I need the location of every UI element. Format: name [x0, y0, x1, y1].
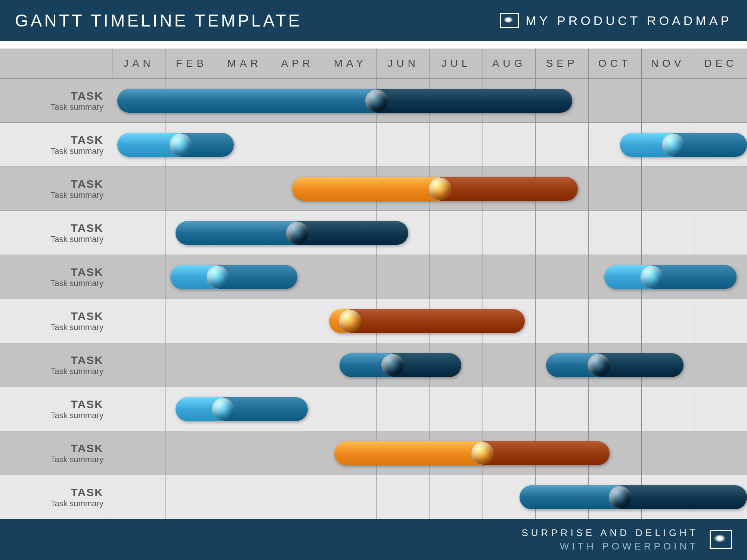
month-header-cell: SEP: [535, 49, 588, 78]
gantt-bar: [604, 265, 737, 289]
month-header-cell: JUN: [376, 49, 430, 78]
progress-knob-icon: [471, 442, 494, 464]
task-row: TASKTask summary: [0, 343, 747, 387]
task-name: TASK: [71, 354, 103, 367]
month-header-cell: DEC: [694, 49, 747, 78]
gantt-bar: [520, 485, 747, 509]
gantt-bar: [170, 265, 297, 289]
gantt-bar: [117, 89, 572, 113]
task-row: TASKTask summary: [0, 387, 747, 431]
month-header-cell: JUL: [430, 49, 483, 78]
gantt-bar: [117, 133, 234, 157]
progress-knob-icon: [662, 134, 684, 156]
task-name: TASK: [71, 398, 103, 411]
progress-knob-icon: [207, 266, 229, 288]
task-row: TASKTask summary: [0, 122, 747, 167]
progress-knob-icon: [429, 178, 451, 200]
footer-line1: SURPRISE AND DELIGHT: [521, 526, 698, 539]
task-name: TASK: [71, 222, 103, 234]
task-name: TASK: [71, 134, 103, 146]
task-track: [112, 299, 747, 343]
gantt-bar: [176, 221, 408, 245]
task-summary: Task summary: [50, 367, 103, 376]
gantt-bar: [176, 397, 308, 421]
progress-knob-icon: [170, 134, 192, 156]
progress-knob-icon: [286, 222, 309, 244]
task-summary: Task summary: [50, 499, 103, 508]
task-name: TASK: [71, 266, 103, 279]
task-row: TASKTask summary: [0, 78, 747, 122]
brand-icon: [500, 13, 519, 28]
gantt-chart: JANFEBMARAPRMAYJUNJULAUGSEPOCTNOVDEC TAS…: [0, 49, 747, 519]
header: GANTT TIMELINE TEMPLATE MY PRODUCT ROADM…: [0, 0, 747, 41]
task-summary: Task summary: [50, 102, 103, 112]
task-name: TASK: [71, 486, 103, 499]
month-header-cell: MAR: [218, 49, 271, 78]
task-row: TASKTask summary: [0, 299, 747, 343]
month-header-cell: APR: [271, 49, 324, 78]
task-track: [112, 123, 747, 167]
gantt-bar: [546, 353, 684, 377]
task-track: [112, 211, 747, 255]
task-row: TASKTask summary: [0, 167, 747, 211]
task-name: TASK: [71, 442, 103, 455]
task-summary: Task summary: [50, 323, 103, 332]
gantt-bar: [620, 133, 747, 157]
progress-knob-icon: [365, 90, 388, 112]
task-name: TASK: [71, 178, 103, 190]
task-track: [112, 387, 747, 431]
task-row: TASKTask summary: [0, 475, 747, 519]
month-header-cell: OCT: [588, 49, 641, 78]
task-summary: Task summary: [50, 146, 103, 156]
progress-knob-icon: [609, 486, 631, 508]
month-header-cell: AUG: [483, 49, 536, 78]
brand: MY PRODUCT ROADMAP: [500, 13, 732, 28]
task-summary: Task summary: [50, 279, 103, 288]
task-track: [112, 475, 747, 519]
month-header-row: JANFEBMARAPRMAYJUNJULAUGSEPOCTNOVDEC: [0, 49, 747, 78]
progress-knob-icon: [212, 398, 234, 420]
progress-knob-icon: [641, 266, 663, 288]
month-header-cell: MAY: [324, 49, 377, 78]
footer-line2: WITH POWERPOINT: [521, 539, 698, 553]
task-track: [112, 343, 747, 387]
footer: SURPRISE AND DELIGHT WITH POWERPOINT: [0, 519, 747, 560]
task-summary: Task summary: [50, 190, 103, 200]
task-track: [112, 431, 747, 475]
gantt-bar: [334, 441, 610, 465]
brand-icon: [710, 530, 732, 549]
task-summary: Task summary: [50, 234, 103, 244]
progress-knob-icon: [339, 310, 361, 332]
task-row: TASKTask summary: [0, 255, 747, 299]
task-name: TASK: [71, 310, 103, 323]
month-header-cell: NOV: [641, 49, 694, 78]
brand-label: MY PRODUCT ROADMAP: [526, 13, 732, 28]
task-track: [112, 167, 747, 211]
gantt-bar: [292, 177, 578, 201]
page-title: GANTT TIMELINE TEMPLATE: [15, 10, 302, 31]
task-row: TASKTask summary: [0, 431, 747, 475]
task-summary: Task summary: [50, 411, 103, 420]
gantt-bar: [340, 353, 461, 377]
progress-knob-icon: [588, 354, 610, 376]
task-track: [112, 79, 747, 122]
progress-knob-icon: [381, 354, 404, 376]
task-summary: Task summary: [50, 455, 103, 464]
task-name: TASK: [71, 90, 103, 102]
month-header-cell: FEB: [165, 49, 218, 78]
task-row: TASKTask summary: [0, 211, 747, 255]
month-header-cell: JAN: [112, 49, 165, 78]
gantt-bar: [329, 309, 525, 333]
task-track: [112, 255, 747, 299]
